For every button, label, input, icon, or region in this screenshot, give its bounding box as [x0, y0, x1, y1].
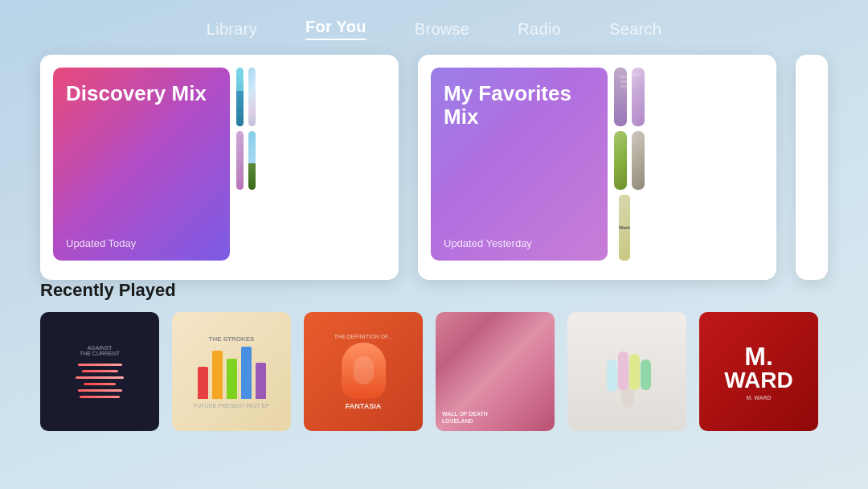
favorites-thumb-2: FLORA — [632, 68, 645, 126]
favorites-mix-title: My Favorites Mix — [444, 82, 595, 128]
mix-cards-row: Discovery Mix Updated Today FINDING — [40, 55, 828, 280]
favorites-mix-inner: My Favorites Mix Updated Yesterday lana … — [431, 68, 616, 261]
album-against-the-current[interactable]: AGAINSTTHE CURRENT — [40, 312, 159, 431]
discovery-mix-card[interactable]: Discovery Mix Updated Today FINDING — [40, 55, 399, 280]
album-m-ward[interactable]: M. WARD M. WARD — [699, 312, 818, 431]
favorites-mix-gradient: My Favorites Mix Updated Yesterday — [431, 68, 608, 261]
discovery-mix-inner: Discovery Mix Updated Today FINDING — [53, 68, 238, 261]
discovery-mix-gradient: Discovery Mix Updated Today — [53, 68, 230, 261]
discovery-mix-title: Discovery Mix — [66, 82, 217, 105]
favorites-mix-updated: Updated Yesterday — [444, 237, 595, 249]
discovery-thumb-2: STEFAN NEW STRANGER — [248, 68, 256, 126]
favorites-thumb-3 — [614, 131, 627, 190]
discovery-mid-row — [236, 131, 256, 190]
favorites-mix-card[interactable]: My Favorites Mix Updated Yesterday lana … — [418, 55, 776, 280]
discovery-bg: Discovery Mix Updated Today — [53, 68, 230, 261]
discovery-thumb-4 — [248, 131, 256, 190]
svg-rect-6 — [629, 354, 640, 390]
favorites-top-row: lana del rey FLORA — [614, 68, 645, 126]
favorites-strip-2: Mark — [619, 195, 630, 261]
top-navigation: Library For You Browse Radio Search — [0, 0, 868, 55]
svg-rect-4 — [607, 360, 617, 392]
album-hand[interactable] — [567, 312, 686, 431]
favorites-thumb-4 — [632, 131, 645, 190]
favorites-mid-row — [614, 131, 645, 190]
album-fantasia[interactable]: THE DEFINITION OF... FANTASIA — [304, 312, 423, 431]
recently-played-row: AGAINSTTHE CURRENT THE STROKES — [40, 312, 828, 431]
nav-library[interactable]: Library — [207, 20, 257, 39]
discovery-mix-updated: Updated Today — [66, 237, 217, 249]
svg-rect-7 — [641, 360, 651, 390]
recently-played-title: Recently Played — [40, 280, 828, 301]
discovery-thumb-3 — [236, 131, 244, 190]
nav-for-you[interactable]: For You — [305, 18, 366, 40]
main-content: Discovery Mix Updated Today FINDING — [0, 55, 868, 431]
nav-browse[interactable]: Browse — [415, 20, 470, 39]
favorites-thumb-1: lana del rey — [614, 68, 627, 126]
favorites-bg: My Favorites Mix Updated Yesterday — [431, 68, 608, 261]
svg-rect-5 — [618, 351, 628, 390]
favorites-mix-right: lana del rey FLORA — [614, 68, 645, 261]
partial-mix-card — [796, 55, 828, 280]
hand-svg — [599, 331, 655, 412]
album-wall-of-death[interactable]: WALL OF DEATHLOVELAND — [436, 312, 555, 431]
nav-search[interactable]: Search — [609, 20, 661, 39]
discovery-thumb-1: FINDING — [236, 68, 244, 126]
album-the-strokes[interactable]: THE STROKES FUTURE PRESENT PAST EP — [172, 312, 291, 431]
discovery-mix-right: FINDING STEFAN NEW STRANGER — [236, 68, 256, 261]
discovery-bottom-row: JACKIE THE STRUMBELLAS HOPE JUSTIN MARTI… — [236, 195, 256, 261]
favorites-bottom-row: Mark solo figure — [614, 195, 645, 261]
nav-radio[interactable]: Radio — [518, 20, 561, 39]
discovery-top-row: FINDING STEFAN NEW STRANGER — [236, 68, 256, 126]
recently-played-section: Recently Played AGAINSTTHE CURRENT — [40, 280, 828, 431]
